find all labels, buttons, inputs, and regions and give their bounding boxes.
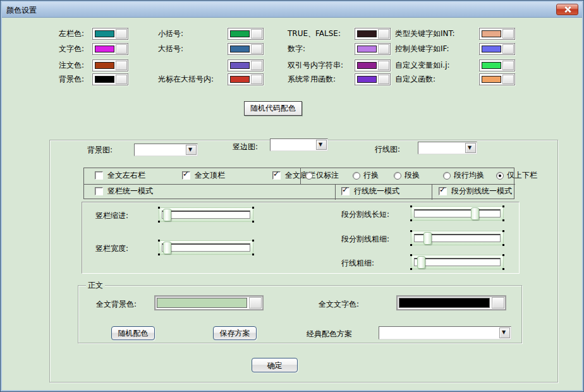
- color-swatch[interactable]: [228, 43, 264, 55]
- color-picker-button[interactable]: [502, 29, 514, 39]
- color-swatch[interactable]: [479, 59, 515, 71]
- checkbox-line-uniform-mode[interactable]: ✓: [341, 187, 350, 195]
- checkbox-label: 全文顶栏: [195, 169, 225, 181]
- window-title: 颜色设置: [6, 5, 37, 16]
- field-label: TRUE、FALSE:: [288, 28, 341, 40]
- slider-paragraph-divider-thickness[interactable]: [411, 231, 504, 245]
- slider-track[interactable]: [162, 243, 250, 252]
- dropdown-button[interactable]: ▼: [499, 328, 510, 338]
- full-text-text-color-swatch[interactable]: [396, 295, 506, 310]
- color-swatch[interactable]: [355, 28, 391, 40]
- slider-thumb[interactable]: [163, 209, 171, 221]
- color-swatch[interactable]: [355, 73, 391, 85]
- color-swatch[interactable]: [355, 43, 391, 55]
- checkbox-full-bottom-bar[interactable]: ✓: [272, 171, 281, 180]
- color-chip: [230, 46, 250, 52]
- field-label: 自定义函数:: [395, 73, 435, 85]
- field-label: 全文文字色:: [319, 298, 359, 310]
- divider: [432, 184, 432, 200]
- color-picker-button[interactable]: [251, 75, 262, 84]
- color-picker-button[interactable]: [116, 44, 127, 54]
- radio-label: 仅标注: [316, 169, 339, 181]
- checkbox-label: 竖栏统一模式: [107, 185, 153, 197]
- color-chip: [357, 46, 377, 52]
- save-scheme-button[interactable]: 保存方案: [213, 326, 257, 340]
- radio-paragraph-break[interactable]: [394, 172, 401, 180]
- color-swatch[interactable]: [228, 73, 264, 85]
- random-colors-button[interactable]: 随机配色: [111, 326, 155, 340]
- field-label: 自定义变量如i.j:: [395, 59, 450, 71]
- checkbox-label: 段分割线统一模式: [451, 185, 512, 197]
- checkbox-full-top-bar[interactable]: ✓: [182, 171, 190, 180]
- color-swatch[interactable]: [479, 43, 515, 55]
- classic-scheme-combo[interactable]: ▼: [379, 326, 511, 340]
- color-picker-button[interactable]: [502, 44, 514, 54]
- color-chip: [95, 30, 114, 37]
- color-swatch[interactable]: [355, 59, 391, 71]
- color-chip: [357, 30, 377, 37]
- line-image-combo[interactable]: ▼: [418, 142, 477, 154]
- checkbox-vertical-bar-uniform-mode[interactable]: ✓: [95, 187, 103, 195]
- slider-thumb[interactable]: [163, 242, 171, 254]
- slider-vertical-bar-indent[interactable]: [159, 207, 253, 222]
- color-chip: [157, 298, 247, 308]
- slider-thumb[interactable]: [417, 256, 425, 269]
- close-button[interactable]: [556, 4, 578, 15]
- slider-paragraph-divider-length[interactable]: [411, 206, 504, 221]
- slider-track[interactable]: [162, 211, 250, 219]
- color-picker-button[interactable]: [378, 61, 389, 70]
- color-picker-button[interactable]: [116, 75, 127, 84]
- color-picker-button[interactable]: [378, 29, 389, 39]
- slider-thumb[interactable]: [471, 207, 479, 220]
- random-code-colors-button[interactable]: 随机代码配色: [244, 101, 302, 116]
- color-swatch[interactable]: [92, 59, 128, 71]
- color-picker-button[interactable]: [378, 75, 389, 84]
- color-chip: [95, 46, 114, 52]
- radio-only-top-bottom-bar[interactable]: [496, 172, 504, 180]
- vertical-edge-image-combo[interactable]: ▼: [270, 138, 328, 151]
- color-chip: [482, 76, 501, 83]
- checkbox-full-left-right-bar[interactable]: ✓: [95, 171, 103, 180]
- color-swatch[interactable]: [479, 73, 515, 85]
- color-picker-button[interactable]: [251, 29, 262, 39]
- color-swatch[interactable]: [92, 73, 128, 85]
- field-label: 行线图:: [375, 144, 400, 156]
- color-picker-button[interactable]: [249, 297, 262, 309]
- color-picker-button[interactable]: [492, 297, 504, 309]
- radio-paragraph-and-line[interactable]: [443, 172, 451, 180]
- color-swatch[interactable]: [479, 28, 515, 40]
- title-bar[interactable]: 颜色设置: [2, 2, 582, 18]
- radio-line-break[interactable]: [353, 172, 360, 180]
- color-swatch[interactable]: [228, 28, 264, 40]
- radio-only-annotation[interactable]: [305, 172, 313, 180]
- color-chip: [482, 30, 501, 37]
- slider-track[interactable]: [414, 258, 501, 266]
- background-image-combo[interactable]: ▼: [134, 144, 198, 156]
- dropdown-button[interactable]: ▼: [316, 140, 327, 150]
- field-label: 竖栏缩进:: [95, 210, 128, 222]
- ok-button[interactable]: 确定: [252, 358, 298, 372]
- color-chip: [482, 46, 501, 52]
- color-picker-button[interactable]: [502, 75, 514, 84]
- dropdown-button[interactable]: ▼: [465, 143, 476, 153]
- slider-line-thickness[interactable]: [411, 255, 504, 269]
- color-picker-button[interactable]: [502, 61, 514, 70]
- radio-label: 行换: [363, 169, 379, 181]
- color-picker-button[interactable]: [116, 29, 127, 39]
- dropdown-button[interactable]: ▼: [186, 145, 197, 155]
- color-picker-button[interactable]: [116, 61, 127, 70]
- field-label: 光标在大括号内:: [158, 73, 214, 85]
- slider-vertical-bar-width[interactable]: [159, 240, 253, 255]
- color-picker-button[interactable]: [378, 44, 389, 54]
- color-swatch[interactable]: [92, 28, 128, 40]
- color-swatch[interactable]: [228, 59, 264, 71]
- chevron-down-icon: ▼: [468, 145, 471, 150]
- slider-thumb[interactable]: [423, 232, 432, 245]
- field-label: 小括号:: [158, 28, 183, 40]
- color-swatch[interactable]: [92, 43, 128, 55]
- full-text-background-color-swatch[interactable]: [154, 295, 264, 310]
- checkbox-paragraph-divider-uniform-mode[interactable]: ✓: [439, 187, 447, 195]
- color-picker-button[interactable]: [251, 44, 262, 54]
- color-picker-button[interactable]: [251, 61, 262, 70]
- slider-track[interactable]: [414, 209, 501, 217]
